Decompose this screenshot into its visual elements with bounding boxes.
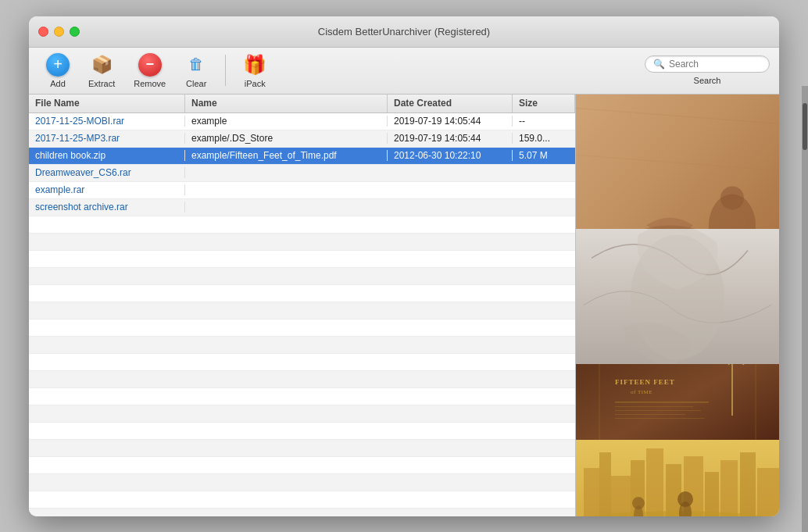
search-input[interactable] [669, 59, 761, 70]
search-area: 🔍 Search [645, 55, 770, 85]
remove-button[interactable]: − Remove [126, 50, 173, 91]
empty-row [29, 251, 575, 268]
cell-name: example/Fifteen_Feet_of_Time.pdf [185, 150, 388, 161]
empty-row [29, 216, 575, 234]
cell-size: -- [513, 116, 575, 127]
svg-rect-19 [584, 468, 599, 516]
empty-row [29, 354, 575, 371]
empty-row [29, 337, 575, 354]
empty-row [29, 474, 575, 491]
preview-image-bottom-top: FIFTEEN FEET of TIME [576, 364, 779, 440]
cell-filename: children book.zip [29, 150, 185, 161]
svg-point-4 [720, 186, 744, 209]
svg-rect-27 [720, 460, 738, 516]
clear-icon: 🗑 [184, 53, 208, 77]
svg-rect-17 [615, 418, 705, 419]
table-row[interactable]: screenshot archive.rar [29, 199, 575, 216]
svg-rect-28 [740, 452, 756, 516]
remove-label: Remove [134, 79, 166, 88]
add-button[interactable]: + Add [38, 50, 77, 91]
preview-mid-svg [576, 229, 779, 364]
search-box[interactable]: 🔍 [645, 55, 770, 73]
search-icon: 🔍 [653, 59, 665, 70]
cell-name: example [185, 116, 388, 127]
extract-label: Extract [88, 79, 115, 88]
svg-rect-24 [666, 464, 681, 516]
toolbar-divider [225, 55, 226, 86]
svg-rect-13 [615, 402, 709, 403]
preview-bottom-bottom-svg [576, 440, 779, 516]
file-list-panel: File Name Name Date Created Size 2017-11… [29, 95, 576, 516]
svg-rect-21 [611, 476, 631, 516]
empty-row [29, 509, 575, 516]
table-row[interactable]: 2017-11-25-MP3.rarexample/.DS_Store2019-… [29, 130, 575, 148]
main-content: File Name Name Date Created Size 2017-11… [29, 95, 779, 516]
ipack-button[interactable]: 🎁 iPack [235, 50, 274, 91]
main-window: Cisdem BetterUnarchiver (Registered) + A… [29, 16, 779, 516]
cell-size: 5.07 M [513, 150, 575, 161]
svg-text:of TIME: of TIME [631, 389, 652, 395]
empty-row [29, 234, 575, 251]
empty-row [29, 371, 575, 388]
empty-row [29, 285, 575, 302]
preview-image-mid [576, 229, 779, 364]
cell-filename: example.rar [29, 184, 185, 195]
col-header-name: Name [185, 95, 388, 112]
preview-bottom-top-svg: FIFTEEN FEET of TIME [576, 364, 779, 440]
column-headers: File Name Name Date Created Size [29, 95, 575, 113]
svg-rect-26 [705, 472, 719, 516]
table-row[interactable]: 2017-11-25-MOBI.rarexample2019-07-19 14:… [29, 113, 575, 130]
remove-icon: − [138, 53, 162, 77]
maximize-button[interactable] [70, 27, 80, 37]
col-header-filename: File Name [29, 95, 185, 112]
cell-filename: screenshot archive.rar [29, 202, 185, 212]
svg-rect-29 [757, 468, 779, 516]
minimize-button[interactable] [54, 27, 64, 37]
empty-row [29, 440, 575, 457]
svg-rect-15 [615, 410, 701, 411]
search-btn-label: Search [694, 76, 721, 85]
empty-row [29, 302, 575, 320]
toolbar: + Add 📦 Extract − Remove 🗑 Clear 🎁 iPack… [29, 48, 779, 95]
svg-text:FIFTEEN FEET: FIFTEEN FEET [615, 378, 675, 386]
add-icon: + [46, 53, 70, 77]
svg-rect-23 [646, 448, 663, 516]
extract-icon: 📦 [90, 53, 113, 77]
table-row[interactable]: children book.zipexample/Fifteen_Feet_of… [29, 148, 575, 165]
empty-row [29, 405, 575, 423]
empty-row [29, 388, 575, 405]
add-label: Add [50, 79, 66, 88]
titlebar: Cisdem BetterUnarchiver (Registered) [29, 16, 779, 48]
empty-row [29, 320, 575, 337]
clear-label: Clear [186, 79, 206, 88]
cell-date: 2019-07-19 14:05:44 [388, 133, 513, 144]
svg-rect-16 [615, 414, 685, 415]
empty-row [29, 268, 575, 285]
cell-date: 2019-07-19 14:05:44 [388, 116, 513, 127]
cell-name: example/.DS_Store [185, 133, 388, 144]
extract-button[interactable]: 📦 Extract [80, 50, 123, 91]
close-button[interactable] [38, 27, 48, 37]
empty-row [29, 457, 575, 474]
preview-top-svg [576, 95, 779, 230]
cell-size: 159.0... [513, 133, 575, 144]
cell-filename: 2017-11-25-MOBI.rar [29, 116, 185, 127]
col-header-date: Date Created [388, 95, 513, 112]
table-row[interactable]: Dreamweaver_CS6.rar [29, 165, 575, 182]
ipack-icon: 🎁 [243, 53, 266, 77]
empty-row [29, 491, 575, 509]
window-title: Cisdem BetterUnarchiver (Registered) [318, 26, 490, 37]
preview-image-top [576, 95, 779, 230]
col-header-size: Size [513, 95, 575, 112]
table-row[interactable]: example.rar [29, 182, 575, 199]
preview-image-bottom-bottom [576, 440, 779, 516]
clear-button[interactable]: 🗑 Clear [177, 50, 216, 91]
ipack-label: iPack [245, 79, 266, 88]
svg-rect-14 [615, 406, 693, 407]
traffic-lights [38, 27, 80, 37]
cell-filename: 2017-11-25-MP3.rar [29, 133, 185, 144]
file-rows: 2017-11-25-MOBI.rarexample2019-07-19 14:… [29, 113, 575, 516]
svg-rect-20 [599, 452, 611, 516]
preview-panel: FIFTEEN FEET of TIME [576, 95, 779, 516]
cell-filename: Dreamweaver_CS6.rar [29, 167, 185, 178]
